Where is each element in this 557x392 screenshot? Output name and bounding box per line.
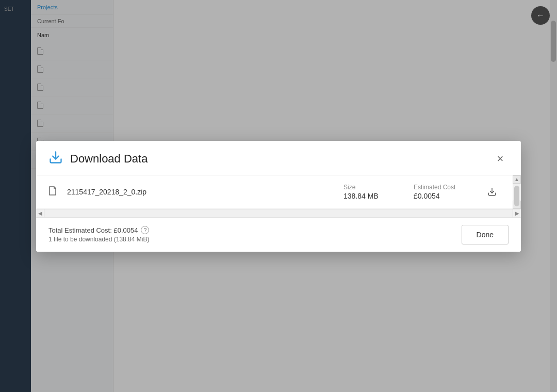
file-row: 2115417_20218_2_0.zip Size 138.84 MB Est… <box>36 175 513 209</box>
file-cost-value: £0.0054 <box>414 192 476 200</box>
download-data-modal: Download Data × 2115417_20218_ <box>36 141 521 252</box>
footer-total: Total Estimated Cost: £0.0054 ? <box>48 226 149 234</box>
file-type-icon <box>48 186 59 198</box>
footer-info: Total Estimated Cost: £0.0054 ? 1 file t… <box>48 226 149 243</box>
modal-body: 2115417_20218_2_0.zip Size 138.84 MB Est… <box>36 175 521 209</box>
file-name: 2115417_20218_2_0.zip <box>67 188 335 196</box>
close-button[interactable]: × <box>492 151 509 167</box>
help-icon[interactable]: ? <box>141 226 149 234</box>
modal-title: Download Data <box>70 152 148 166</box>
hscroll-left-arrow[interactable]: ◀ <box>36 209 44 217</box>
file-size-group: Size 138.84 MB <box>343 184 405 200</box>
modal-header-left: Download Data <box>48 150 148 168</box>
vertical-scrollbar[interactable]: ▲ ▼ <box>513 175 521 209</box>
file-cost-group: Estimated Cost £0.0054 <box>414 184 476 200</box>
file-list: 2115417_20218_2_0.zip Size 138.84 MB Est… <box>36 175 513 209</box>
file-cost-label: Estimated Cost <box>414 184 476 191</box>
download-header-icon <box>48 150 63 168</box>
file-size-value: 138.84 MB <box>343 192 405 200</box>
file-size-label: Size <box>343 184 405 191</box>
file-download-button[interactable] <box>484 184 500 200</box>
scroll-up-arrow[interactable]: ▲ <box>513 175 521 184</box>
hscroll-right-arrow[interactable]: ▶ <box>513 209 521 217</box>
file-list-scroll[interactable]: 2115417_20218_2_0.zip Size 138.84 MB Est… <box>36 175 513 209</box>
modal-footer: Total Estimated Cost: £0.0054 ? 1 file t… <box>36 217 521 252</box>
horizontal-scrollbar[interactable]: ◀ ▶ <box>36 209 521 217</box>
footer-files: 1 file to be downloaded (138.84 MiB) <box>48 236 149 243</box>
modal-overlay: Download Data × 2115417_20218_ <box>0 0 557 392</box>
hscroll-track <box>44 209 513 217</box>
scroll-thumb[interactable] <box>514 186 519 206</box>
done-button[interactable]: Done <box>462 225 509 244</box>
scroll-track <box>513 184 520 201</box>
total-cost-text: Total Estimated Cost: £0.0054 <box>48 226 138 234</box>
modal-header: Download Data × <box>36 141 521 175</box>
